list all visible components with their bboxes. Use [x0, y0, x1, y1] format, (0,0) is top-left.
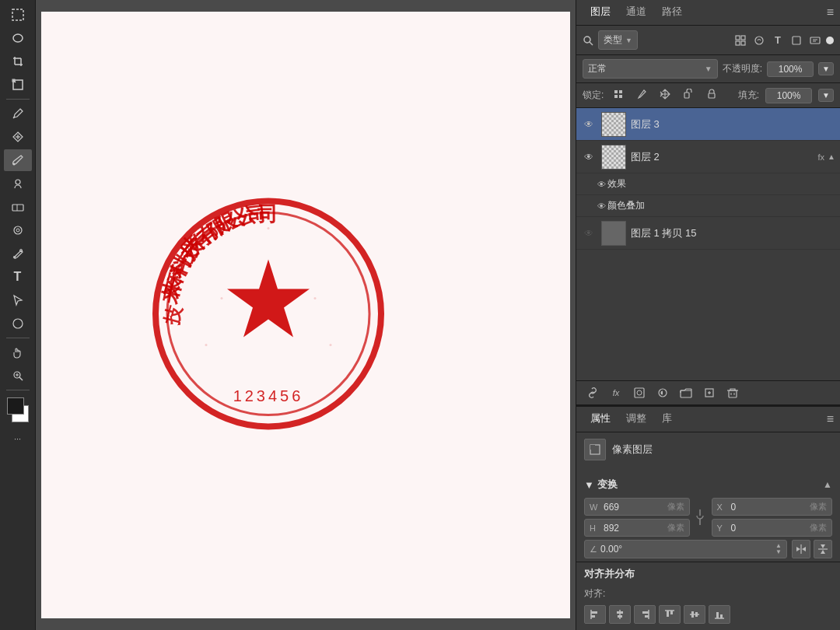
stamp-svg: 来科技有限公司 技 来 123456 — [144, 190, 393, 439]
hand-tool[interactable] — [4, 341, 32, 363]
layer-1copy15-visibility[interactable]: 👁 — [581, 226, 597, 241]
clone-tool[interactable] — [4, 173, 32, 194]
transform-x-value: 0 — [731, 502, 807, 513]
toolbar-divider-2 — [6, 338, 30, 338]
lock-artboard-icon[interactable] — [680, 87, 697, 103]
tab-adjustments[interactable]: 调整 — [618, 407, 654, 432]
filter-type-icon[interactable]: T — [770, 33, 786, 48]
add-adjustment-btn[interactable] — [653, 384, 673, 401]
layer-2-effect-row[interactable]: 👁 效果 — [576, 173, 840, 195]
tab-layers[interactable]: 图层 — [583, 0, 618, 25]
layer-3-name: 图层 3 — [631, 117, 835, 131]
healing-tool[interactable] — [4, 126, 32, 148]
lock-move-icon[interactable] — [656, 87, 674, 103]
opacity-arrow[interactable]: ▼ — [818, 62, 834, 75]
new-layer-btn[interactable] — [699, 384, 719, 401]
fill-value[interactable]: 100% — [765, 88, 812, 103]
layer-2-effect-visibility[interactable]: 👁 — [595, 178, 607, 191]
marquee-rect-tool[interactable] — [4, 4, 32, 26]
delete-layer-btn[interactable] — [723, 384, 743, 401]
panel-tabs: 图层 通道 路径 ≡ — [576, 0, 840, 26]
transform-w-unit: 像素 — [667, 501, 684, 513]
align-right-btn[interactable] — [634, 605, 656, 624]
pen-tool[interactable] — [4, 243, 32, 264]
toolbar-divider-3 — [6, 390, 30, 390]
transform-collapse[interactable]: ▲ — [823, 479, 832, 490]
transform-angle-field[interactable]: ∠ 0.00° ▲ ▼ — [584, 540, 787, 558]
tab-properties[interactable]: 属性 — [583, 407, 618, 432]
svg-point-37 — [330, 344, 332, 346]
blur-tool[interactable] — [4, 219, 32, 241]
eyedropper-tool[interactable] — [4, 103, 32, 124]
more-tools[interactable]: ··· — [4, 428, 32, 450]
layer-item-2[interactable]: 👁 图层 2 fx ▲ — [576, 141, 840, 173]
eraser-tool[interactable] — [4, 196, 32, 218]
layer-2-coloroverlay-row[interactable]: 👁 颜色叠加 — [576, 195, 840, 217]
align-left-btn[interactable] — [584, 605, 606, 624]
align-top-btn[interactable] — [659, 605, 681, 624]
tab-channels[interactable]: 通道 — [618, 0, 654, 25]
ellipse-tool[interactable] — [4, 313, 32, 334]
transform-y-field[interactable]: Y 0 像素 — [712, 519, 833, 537]
transform-y-label: Y — [717, 523, 728, 533]
lock-draw-icon[interactable] — [633, 87, 650, 103]
filter-adjust-icon[interactable] — [751, 33, 767, 48]
svg-rect-80 — [618, 615, 622, 618]
svg-point-45 — [755, 37, 763, 44]
svg-text:技: 技 — [161, 303, 186, 327]
canvas-area[interactable]: 来科技有限公司 技 来 123456 — [36, 0, 576, 630]
blend-mode-select[interactable]: 正常 ▼ — [583, 59, 718, 79]
filter-toggle[interactable] — [826, 37, 834, 44]
transform-height-field[interactable]: H 892 像素 — [584, 519, 690, 537]
svg-point-57 — [637, 390, 642, 395]
opacity-value[interactable]: 100% — [767, 61, 814, 77]
align-center-h-btn[interactable] — [609, 605, 631, 624]
tab-library[interactable]: 库 — [654, 407, 680, 432]
properties-menu-icon[interactable]: ≡ — [827, 412, 834, 426]
angle-arrows[interactable]: ▲ ▼ — [775, 543, 782, 555]
svg-marker-70 — [796, 547, 800, 551]
add-fx-btn[interactable]: fx — [606, 384, 626, 401]
create-group-btn[interactable] — [676, 384, 696, 401]
color-picker[interactable] — [4, 396, 32, 424]
svg-rect-54 — [684, 93, 689, 98]
filter-pixel-icon[interactable] — [733, 33, 748, 48]
transform-link-icon[interactable] — [695, 509, 705, 526]
align-bottom-btn[interactable] — [709, 605, 730, 624]
layer-2-coloroverlay-visibility[interactable]: 👁 — [595, 200, 607, 212]
panel-menu-icon[interactable]: ≡ — [827, 5, 834, 19]
selection-tool[interactable] — [4, 289, 32, 311]
transform-tool[interactable] — [4, 74, 32, 96]
tab-paths[interactable]: 路径 — [654, 0, 690, 25]
right-panel: 图层 通道 路径 ≡ 类型 ▼ T — [576, 0, 840, 630]
lock-all-icon[interactable] — [703, 87, 720, 103]
lasso-tool[interactable] — [4, 27, 32, 49]
svg-rect-82 — [642, 611, 649, 614]
align-section: 对齐并分布 对齐: — [576, 562, 840, 630]
transform-label: ▼ — [584, 479, 594, 491]
transform-w-label: W — [590, 502, 600, 512]
layer-item-1copy15[interactable]: 👁 图层 1 拷贝 15 — [576, 217, 840, 250]
fill-arrow[interactable]: ▼ — [818, 89, 834, 102]
foreground-color[interactable] — [7, 397, 24, 415]
link-layers-btn[interactable] — [583, 384, 603, 401]
filter-shape-icon[interactable] — [789, 33, 804, 48]
transform-width-field[interactable]: W 669 像素 — [584, 498, 690, 516]
lock-pixels-icon[interactable] — [610, 87, 627, 103]
layers-bottom-toolbar: fx — [576, 380, 840, 404]
filter-type-select[interactable]: 类型 ▼ — [598, 30, 638, 50]
type-tool[interactable]: T — [4, 266, 32, 288]
layer-2-visibility[interactable]: 👁 — [581, 149, 597, 165]
transform-x-field[interactable]: X 0 像素 — [712, 498, 833, 516]
layer-item-3[interactable]: 👁 图层 3 — [576, 108, 840, 141]
add-mask-btn[interactable] — [629, 384, 649, 401]
layer-3-visibility[interactable]: 👁 — [581, 117, 597, 132]
brush-tool[interactable] — [4, 149, 32, 171]
crop-tool[interactable] — [4, 51, 32, 72]
filter-smart-icon[interactable] — [807, 33, 823, 48]
zoom-tool[interactable] — [4, 365, 32, 387]
flip-vertical-btn[interactable] — [814, 540, 832, 558]
flip-horizontal-btn[interactable] — [792, 540, 810, 558]
align-center-v-btn[interactable] — [684, 605, 705, 624]
layer-2-fx-collapse[interactable]: ▲ — [828, 152, 835, 161]
